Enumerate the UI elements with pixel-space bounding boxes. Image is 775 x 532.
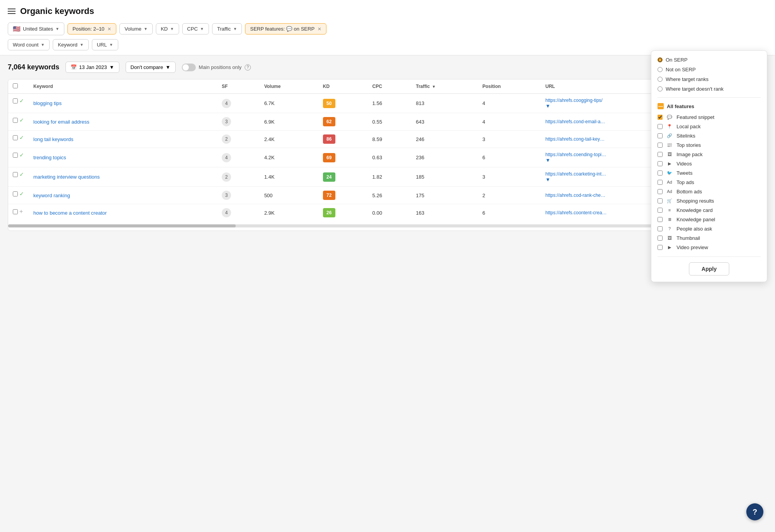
volume-label: Volume [124, 26, 141, 32]
cpc-filter-btn[interactable]: CPC ▼ [182, 23, 209, 34]
keyword-link[interactable]: how to become a content creator [33, 210, 107, 216]
feature-shopping_results[interactable]: 🛒 Shopping results [658, 198, 761, 204]
row-checkbox[interactable] [13, 98, 18, 103]
select-all-checkbox[interactable] [13, 83, 18, 88]
feature-thumbnail[interactable]: 🖼 Thumbnail [658, 235, 761, 241]
feature-knowledge_card-checkbox[interactable] [658, 208, 663, 213]
feature-people_also_ask-checkbox[interactable] [658, 226, 663, 231]
feature-tweets-checkbox[interactable] [658, 170, 663, 176]
url-dropdown-icon[interactable]: ▼ [545, 157, 551, 163]
feature-image_pack[interactable]: 🖼 Image pack [658, 151, 761, 157]
url-filter-btn[interactable]: URL ▼ [92, 39, 118, 50]
sf-cell: 4 [217, 94, 259, 113]
feature-shopping_results-label: Shopping results [677, 198, 714, 204]
url-link[interactable]: https://ahrefs.coontent-creator/ s [545, 210, 608, 215]
url-link[interactable]: https://ahrefs.coending-topics/ [545, 152, 608, 157]
on-serp-radio-input[interactable] [658, 57, 663, 62]
row-checkbox[interactable] [13, 118, 18, 123]
position-col-header[interactable]: Position [478, 79, 541, 94]
url-link[interactable]: https://ahrefs.cond-email-addres [545, 119, 608, 124]
traffic-filter-btn[interactable]: Traffic ▼ [212, 23, 242, 34]
feature-local_pack-checkbox[interactable] [658, 124, 663, 129]
traffic-sort-icon: ▼ [432, 84, 436, 89]
feature-videos-checkbox[interactable] [658, 161, 663, 166]
sf-col-header[interactable]: SF [217, 79, 259, 94]
feature-thumbnail-checkbox[interactable] [658, 236, 663, 241]
keyword-link[interactable]: looking for email address [33, 119, 90, 125]
country-filter-btn[interactable]: 🇺🇸 United States ▼ [8, 22, 64, 35]
keyword-link[interactable]: long tail keywords [33, 136, 73, 142]
traffic-col-header[interactable]: Traffic ▼ [411, 79, 478, 94]
row-checkbox[interactable] [13, 191, 18, 196]
on-serp-radio[interactable]: On SERP [658, 57, 761, 63]
hamburger-icon[interactable] [8, 9, 16, 14]
url-link[interactable]: https://ahrefs.cong-tail-keywords [545, 136, 608, 142]
feature-featured_snippet-checkbox[interactable] [658, 115, 663, 120]
not-on-serp-radio[interactable]: Not on SERP [658, 67, 761, 72]
url-link[interactable]: https://ahrefs.coarketing-interviens/ [545, 171, 608, 177]
where-ranks-radio-input[interactable] [658, 77, 663, 82]
help-fab[interactable]: ? [746, 503, 763, 520]
keyword-link[interactable]: keyword ranking [33, 193, 70, 198]
date-picker-btn[interactable]: 📅 13 Jan 2023 ▼ [66, 62, 119, 73]
word-count-filter-btn[interactable]: Word count ▼ [8, 39, 50, 50]
row-checkbox-cell: ✓ [8, 113, 29, 127]
feature-top_stories[interactable]: 📰 Top stories [658, 142, 761, 148]
feature-top_stories-checkbox[interactable] [658, 143, 663, 148]
position-close-icon[interactable]: ✕ [107, 26, 111, 32]
compare-btn[interactable]: Don't compare ▼ [126, 62, 176, 73]
row-checkbox[interactable] [13, 153, 18, 158]
keyword-col-header[interactable]: Keyword [29, 79, 217, 94]
feature-people_also_ask[interactable]: ? People also ask [658, 226, 761, 232]
where-target-doesnt-rank-radio[interactable]: Where target doesn't rank [658, 86, 761, 92]
feature-knowledge_panel-checkbox[interactable] [658, 217, 663, 222]
keyword-filter-btn[interactable]: Keyword ▼ [53, 39, 88, 50]
where-not-ranks-radio-input[interactable] [658, 86, 663, 91]
feature-image_pack-checkbox[interactable] [658, 152, 663, 157]
kd-col-header[interactable]: KD [318, 79, 368, 94]
keyword-link[interactable]: blogging tips [33, 100, 62, 106]
feature-video_preview[interactable]: ▶ Video preview [658, 244, 761, 250]
keyword-link[interactable]: trending topics [33, 155, 66, 160]
feature-knowledge_card[interactable]: ≡ Knowledge card [658, 207, 761, 213]
scrollbar-thumb[interactable] [8, 224, 236, 227]
url-dropdown-icon[interactable]: ▼ [545, 103, 551, 109]
position-cell: 3 [478, 167, 541, 187]
feature-bottom_ads-checkbox[interactable] [658, 189, 663, 194]
row-check-icon: ✓ [19, 152, 24, 158]
volume-col-header[interactable]: Volume [259, 79, 318, 94]
feature-video_preview-checkbox[interactable] [658, 245, 663, 250]
feature-top_ads-checkbox[interactable] [658, 180, 663, 185]
all-features-label: All features [667, 103, 694, 109]
serp-close-icon[interactable]: ✕ [318, 26, 321, 32]
feature-top_ads[interactable]: Ad Top ads [658, 179, 761, 185]
not-on-serp-radio-input[interactable] [658, 67, 663, 72]
url-link[interactable]: https://ahrefs.cod-rank-checker [545, 193, 608, 198]
where-target-ranks-radio[interactable]: Where target ranks [658, 76, 761, 82]
feature-knowledge_panel[interactable]: ≣ Knowledge panel [658, 216, 761, 222]
main-positions-help-icon[interactable]: ? [245, 64, 251, 71]
main-positions-toggle[interactable] [182, 64, 196, 71]
feature-bottom_ads[interactable]: Ad Bottom ads [658, 188, 761, 195]
feature-featured_snippet[interactable]: 💬 Featured snippet [658, 114, 761, 120]
apply-btn[interactable]: Apply [689, 262, 730, 275]
serp-filter-btn[interactable]: SERP features: 💬 on SERP ✕ [245, 23, 326, 34]
feature-tweets-label: Tweets [677, 170, 692, 176]
kd-filter-btn[interactable]: KD ▼ [156, 23, 179, 34]
position-filter-btn[interactable]: Position: 2–10 ✕ [67, 23, 116, 34]
feature-local_pack[interactable]: 📍 Local pack [658, 123, 761, 129]
feature-sitelinks-checkbox[interactable] [658, 133, 663, 138]
url-link[interactable]: https://ahrefs.coogging-tips/ [545, 98, 608, 103]
kd-badge: 50 [323, 99, 335, 108]
feature-shopping_results-checkbox[interactable] [658, 198, 663, 203]
url-dropdown-icon[interactable]: ▼ [545, 177, 551, 182]
feature-sitelinks[interactable]: 🔗 Sitelinks [658, 133, 761, 139]
row-checkbox[interactable] [13, 209, 18, 214]
cpc-col-header[interactable]: CPC [368, 79, 411, 94]
row-checkbox[interactable] [13, 172, 18, 177]
feature-videos[interactable]: ▶ Videos [658, 160, 761, 167]
row-checkbox[interactable] [13, 135, 18, 140]
volume-filter-btn[interactable]: Volume ▼ [119, 23, 152, 34]
feature-tweets[interactable]: 🐦 Tweets [658, 170, 761, 176]
keyword-link[interactable]: marketing interview questions [33, 174, 100, 180]
